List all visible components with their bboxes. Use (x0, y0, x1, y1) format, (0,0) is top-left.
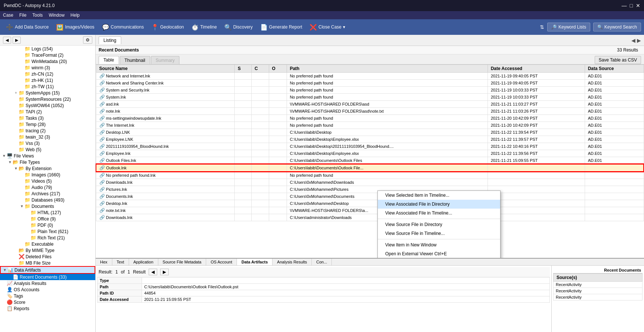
tree-item-30[interactable]: 📁Rich Text (21) (0, 235, 95, 241)
tree-item-20[interactable]: 📁Images (1660) (0, 172, 95, 178)
keyword-lists-button[interactable]: 🔎 Keyword Lists (547, 23, 590, 31)
table-row[interactable]: 🔗 The Internet.lnkNo preferred path foun… (96, 122, 644, 129)
tree-item-24[interactable]: 📁Databases (493) (0, 197, 95, 203)
listing-prev-button[interactable]: ◀ (631, 37, 635, 43)
menu-window[interactable]: Window (49, 13, 65, 18)
tree-item-5[interactable]: 📁zh-HK (11) (0, 77, 95, 83)
tree-item-18[interactable]: ▼📂File Types (0, 159, 95, 165)
tree-item-33[interactable]: ❌Deleted Files (0, 253, 95, 260)
bottom-tab-5[interactable]: Data Artifacts (237, 259, 273, 265)
discovery-button[interactable]: 🔍 Discovery (221, 22, 256, 32)
context-menu-item[interactable]: View Associated File in Timeline... (378, 209, 500, 218)
tree-item-21[interactable]: 📁Videos (5) (0, 178, 95, 184)
tree-item-0[interactable]: 📁Logs (154) (0, 46, 95, 52)
context-menu-item[interactable]: View Selected Item in Timeline... (378, 191, 500, 200)
col-source[interactable]: Data Source (585, 65, 644, 73)
table-row[interactable]: 🔗 Outlook Files.lnkC:\Users\labib\Docume… (96, 157, 644, 165)
bottom-tab-4[interactable]: OS Account (206, 259, 237, 265)
bottom-tab-0[interactable]: Hex (96, 259, 112, 265)
col-o[interactable]: O (269, 65, 287, 73)
tree-item-1[interactable]: 📁TraceFormat (2) (0, 52, 95, 58)
bottom-tab-6[interactable]: Analysis Results (273, 259, 312, 265)
tree-item-6[interactable]: 📁zh-TW (11) (0, 83, 95, 90)
maximize-btn[interactable]: □ (630, 3, 633, 9)
context-menu-item[interactable]: Open in External Viewer Ctrl+E (378, 249, 500, 258)
tree-item-26[interactable]: 📁HTML (127) (0, 209, 95, 216)
col-c[interactable]: C (251, 65, 269, 73)
minimize-btn[interactable]: — (622, 3, 627, 9)
tree-item-28[interactable]: 📁PDF (0) (0, 222, 95, 228)
context-menu-item[interactable]: View Associated File in Directory (378, 200, 500, 209)
table-row[interactable]: 🔗 ms-settingswindowsupdate.lnkNo preferr… (96, 115, 644, 122)
col-s[interactable]: S (235, 65, 252, 73)
tree-item-34[interactable]: 📁MB File Size (0, 260, 95, 266)
tree-item-10[interactable]: 📁TAPI (2) (0, 109, 95, 115)
menu-case[interactable]: Case (3, 13, 13, 18)
expand-collapse-icon[interactable]: ⇅ (540, 24, 544, 30)
forward-button[interactable]: ▶ (13, 37, 21, 44)
back-button[interactable]: ◀ (3, 37, 11, 44)
table-row[interactable]: 🔗 Employee.lnkC:\Users\labib\Desktop\Emp… (96, 150, 644, 157)
communications-button[interactable]: 💬 Communications (99, 22, 147, 32)
tree-item-25[interactable]: ▼📁Documents (0, 203, 95, 209)
tree-item-9[interactable]: 📁SysWOW64 (1052) (0, 102, 95, 109)
tree-item-13[interactable]: 📁tracing (2) (0, 127, 95, 134)
tree-item-11[interactable]: 📁Tasks (3) (0, 115, 95, 121)
save-csv-button[interactable]: Save Table as CSV (595, 56, 641, 64)
images-videos-button[interactable]: 🖼️ Images/Videos (53, 22, 97, 32)
table-row[interactable]: 🔗 asd.lnk\\VMWARE-HOST\SHARED FOLDERS\as… (96, 101, 644, 108)
thumbnail-tab[interactable]: Thumbnail (120, 56, 150, 64)
tree-item-23[interactable]: 📁Archives (217) (0, 190, 95, 197)
table-row[interactable]: 🔗 Documents.lnkC:\Users\0xMohammed\Docum… (96, 193, 644, 200)
table-row[interactable]: 🔗 Desktop.LNKC:\Users\labib\Desktop2021-… (96, 129, 644, 136)
tree-item-15[interactable]: 📁Vss (3) (0, 140, 95, 146)
listing-next-button[interactable]: ▶ (637, 37, 641, 43)
bottom-tab-3[interactable]: Source File Metadata (158, 259, 207, 265)
tree-item-17[interactable]: ▼🖥️File Views (0, 153, 95, 159)
tree-item-22[interactable]: 📁Audio (79) (0, 184, 95, 190)
timeline-button[interactable]: ⏱️ Timeline (188, 22, 220, 32)
result-next-button[interactable]: ▶ (160, 269, 169, 275)
table-row[interactable]: 🔗 Employee.LNKC:\Users\labib\Desktop\Emp… (96, 136, 644, 143)
table-row[interactable]: 🔗 System.lnkNo preferred path found2021-… (96, 94, 644, 101)
keyword-search-button[interactable]: 🔍 Keyword Search (593, 23, 641, 31)
tree-item-12[interactable]: 📁Temp (28) (0, 121, 95, 127)
tree-item-29[interactable]: 📁Plain Text (621) (0, 228, 95, 235)
context-menu-item[interactable]: View Item in New Window (378, 240, 500, 249)
table-tab[interactable]: Table (99, 56, 119, 64)
settings-button[interactable]: ⚙ (83, 36, 92, 44)
result-prev-button[interactable]: ◀ (149, 269, 157, 275)
tree-item-16[interactable]: 📁Web (5) (0, 146, 95, 153)
bottom-tab-7[interactable]: Con... (312, 259, 332, 265)
tree-item-4[interactable]: 📁zh-CN (12) (0, 71, 95, 77)
tree-item-14[interactable]: 📁twain_32 (3) (0, 134, 95, 140)
menu-tools[interactable]: Tools (32, 13, 43, 18)
menu-help[interactable]: Help (70, 13, 80, 18)
table-row[interactable]: 🔗 Network and Sharing Center.lnkNo prefe… (96, 80, 644, 87)
tree-item-32[interactable]: 📂By MIME Type (0, 247, 95, 253)
table-row[interactable]: 🔗 Downloads.lnkC:\Users\0xMohammed\Downl… (96, 179, 644, 186)
tree-item-35[interactable]: ▼📊Data Artifacts (0, 266, 95, 274)
table-row[interactable]: 🔗 Network and Internet.lnkNo preferred p… (96, 73, 644, 80)
add-data-source-button[interactable]: ➕ Add Data Source (3, 22, 52, 32)
bottom-tab-1[interactable]: Text (112, 259, 129, 265)
table-row[interactable]: 🔗 Pictures.lnkC:\Users\0xMohammed\Pictur… (96, 186, 644, 193)
col-source-name[interactable]: Source Name (96, 65, 235, 73)
tree-item-8[interactable]: 📁SystemResources (22) (0, 96, 95, 102)
close-case-button[interactable]: ❌ Close Case ▾ (307, 22, 348, 32)
tree-item-2[interactable]: 📁WinMetadata (20) (0, 58, 95, 64)
generate-report-button[interactable]: 📄 Generate Report (257, 22, 305, 32)
listing-tab[interactable]: Listing (99, 36, 121, 44)
table-row[interactable]: 🔗 Outlook.lnkC:\Users\labib\Documents\Ou… (96, 164, 644, 172)
table-row[interactable]: 🔗 No preferred path found.lnkNo preferre… (96, 172, 644, 179)
tree-item-40[interactable]: 🔴Score (0, 299, 95, 305)
tree-item-27[interactable]: 📁Office (9) (0, 216, 95, 222)
tree-item-3[interactable]: 📁winrm (3) (0, 64, 95, 71)
bottom-tab-2[interactable]: Application (129, 259, 158, 265)
context-menu-item[interactable]: View Source File in Directory (378, 220, 500, 229)
table-row[interactable]: 🔗 System and Security.lnkNo preferred pa… (96, 87, 644, 94)
close-btn[interactable]: ✕ (636, 3, 640, 9)
col-path[interactable]: Path (287, 65, 488, 73)
menu-file[interactable]: File (19, 13, 26, 18)
summary-tab[interactable]: Summary (151, 56, 179, 64)
